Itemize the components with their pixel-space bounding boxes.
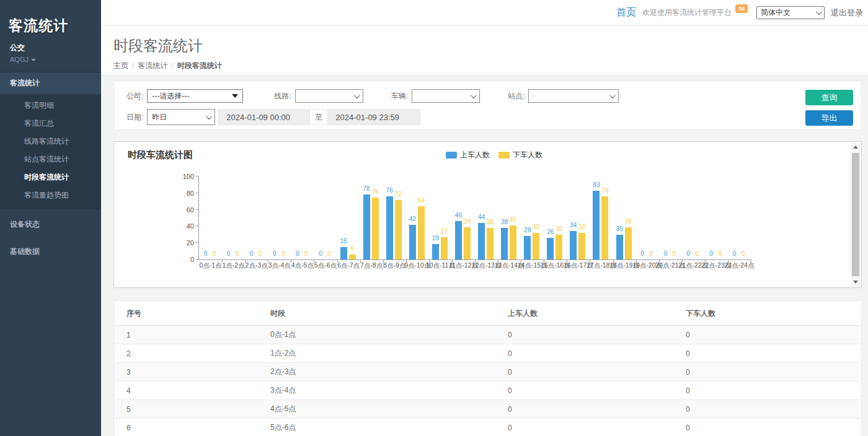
bar-value-label: 30 (616, 225, 622, 232)
table-cell: 2点-3点 (258, 363, 495, 381)
bar-value-label: 6 (350, 245, 354, 252)
bar-下车人数 (349, 255, 356, 259)
table-cell: 0 (495, 381, 673, 400)
bar-上车人数 (570, 231, 577, 259)
sidebar-subitem[interactable]: 客流量趋势图 (0, 186, 101, 204)
legend-item[interactable]: 下车人数 (498, 150, 542, 160)
bar-value-label: 0 (710, 250, 714, 257)
table-cell: 0 (673, 381, 861, 400)
bar-上车人数 (409, 225, 416, 259)
bar-上车人数 (616, 235, 623, 259)
sidebar-item-passenger-stats[interactable]: 客流统计 (0, 72, 101, 94)
x-tick-label: 0点-1点 (199, 261, 221, 270)
table-cell: 0点-1点 (258, 326, 495, 344)
table-cell: 1 (114, 326, 258, 344)
sidebar-subitem[interactable]: 客流汇总 (0, 115, 101, 133)
bar-上车人数 (524, 236, 531, 259)
table-row: 32点-3点00 (114, 363, 861, 381)
x-tick-label: 8点-9点 (383, 261, 405, 270)
notification-badge[interactable]: 34 (735, 4, 748, 13)
bar-value-label: 78 (363, 185, 370, 192)
bar-value-label: 0 (663, 250, 667, 257)
sidebar-subitem[interactable]: 时段客流统计 (0, 168, 101, 186)
query-button[interactable]: 查询 (805, 90, 853, 105)
table-row: 54点-5点00 (114, 400, 861, 419)
station-select[interactable] (528, 89, 619, 103)
date-start-input[interactable]: 2024-01-09 00:00 (218, 109, 310, 125)
bar-value-label: 0 (686, 250, 690, 257)
x-tick-label: 23点-24点 (725, 261, 755, 270)
table-cell: 0 (673, 326, 861, 344)
scroll-up-icon[interactable] (851, 142, 861, 152)
vehicle-label: 车辆: (391, 91, 408, 102)
date-preset-select[interactable]: 昨日 (147, 109, 215, 125)
y-tick-label: 60 (187, 206, 199, 214)
table-column-header: 上车人数 (495, 301, 673, 326)
bar-chart: 020406080100000点-1点001点-2点002点-3点003点-4点… (199, 177, 751, 259)
legend-swatch-icon (498, 152, 510, 159)
legend-item[interactable]: 上车人数 (446, 150, 490, 160)
filter-panel: 公司: ---请选择--- 线路: 车辆: 站点: 日期: 昨日 2024-01… (113, 81, 862, 130)
bar-上车人数 (432, 244, 439, 259)
table-cell: 3点-4点 (258, 381, 495, 400)
date-preset-value: 昨日 (152, 112, 167, 123)
bar-value-label: 76 (601, 187, 608, 194)
breadcrumb-item[interactable]: 主页 (113, 61, 128, 70)
legend-label: 下车人数 (513, 150, 542, 160)
bar-value-label: 76 (386, 187, 393, 194)
sidebar-subitem[interactable]: 站点客流统计 (0, 150, 101, 168)
sidebar-item[interactable]: 基础数据 (0, 240, 101, 264)
line-select[interactable] (295, 89, 363, 103)
y-tick-label: 20 (187, 239, 199, 246)
sidebar-subitem[interactable]: 客流明细 (0, 97, 101, 115)
table-row: 43点-4点00 (114, 381, 861, 400)
table-cell: 1点-2点 (258, 344, 495, 363)
date-end-input[interactable]: 2024-01-09 23:59 (327, 109, 420, 125)
bar-value-label: 42 (409, 216, 416, 222)
company-select[interactable]: ---请选择--- (147, 89, 243, 103)
bar-value-label: 83 (593, 181, 600, 188)
bar-value-label: 39 (624, 218, 631, 225)
table-column-header: 时段 (258, 301, 495, 326)
breadcrumb-item[interactable]: 客流统计 (138, 61, 167, 70)
chevron-down-icon (206, 113, 212, 120)
scrollbar-thumb[interactable] (852, 153, 859, 276)
chart-vertical-scrollbar[interactable] (851, 142, 861, 287)
home-link[interactable]: 首页 (616, 6, 636, 19)
logout-button[interactable]: 退出登录 (831, 7, 863, 19)
bar-value-label: 0 (719, 250, 722, 257)
bar-value-label: 32 (578, 224, 585, 230)
account-dropdown[interactable]: AQGJ (0, 53, 101, 72)
sidebar-item[interactable]: 设备状态 (0, 212, 101, 237)
bar-下车人数 (533, 233, 539, 259)
x-tick-label: 3点-4点 (268, 261, 291, 270)
date-to-label: 至 (310, 109, 327, 125)
vehicle-select[interactable] (412, 89, 480, 103)
bar-value-label: 28 (524, 227, 531, 233)
bar-value-label: 0 (733, 250, 737, 257)
bar-value-label: 26 (547, 229, 554, 235)
chevron-down-icon (354, 92, 360, 98)
page-heading: 时段客流统计 主页/客流统计/时段客流统计 (101, 26, 868, 76)
bar-上车人数 (340, 247, 347, 259)
bar-下车人数 (625, 227, 632, 259)
scroll-down-icon[interactable] (851, 277, 861, 287)
table-row: 10点-1点00 (114, 326, 861, 344)
bar-value-label: 0 (742, 250, 745, 257)
breadcrumb-separator: / (132, 61, 134, 70)
legend-swatch-icon (446, 152, 457, 159)
sidebar-subitem[interactable]: 线路客流统计 (0, 133, 101, 150)
y-tick-label: 0 (190, 256, 199, 263)
chevron-down-icon (609, 92, 616, 98)
app-title: 客流统计 (0, 0, 101, 35)
bar-value-label: 0 (213, 250, 216, 257)
export-button[interactable]: 导出 (805, 110, 853, 126)
table-row: 21点-2点00 (114, 344, 861, 363)
table-cell: 6 (114, 419, 258, 436)
language-select[interactable]: 简体中文 (756, 6, 825, 19)
company-select-value: ---请选择--- (152, 91, 189, 102)
bar-value-label: 0 (227, 250, 231, 257)
table-row: 65点-6点00 (114, 419, 861, 436)
bar-下车人数 (418, 206, 425, 259)
bar-value-label: 0 (640, 250, 644, 257)
